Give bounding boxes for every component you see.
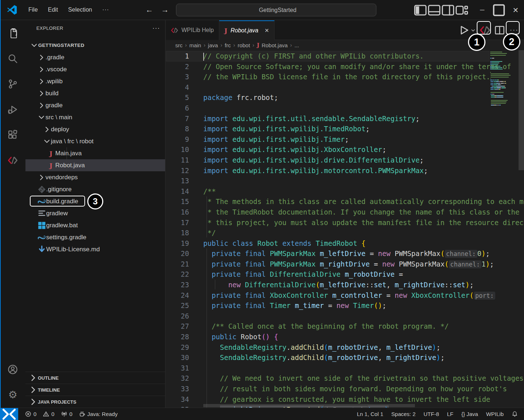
menu-selection[interactable]: Selection (63, 4, 97, 16)
code-line-14[interactable]: 14/** (166, 186, 489, 197)
split-editor-icon[interactable] (494, 25, 505, 36)
status-ln-1-col-1[interactable]: Ln 1, Col 1 (353, 411, 387, 417)
tree-item-build[interactable]: build (25, 87, 165, 99)
tree-item-src-main[interactable]: src \ main (25, 111, 165, 123)
section-timeline[interactable]: TIMELINE (25, 384, 165, 396)
activity-item-wpilib[interactable] (0, 148, 25, 173)
status-warning[interactable]: 0 (40, 411, 57, 417)
breadcrumb-item[interactable]: JRobot.java (257, 42, 288, 48)
activity-item-search[interactable] (0, 46, 25, 71)
activity-item-source-control[interactable] (0, 71, 25, 97)
status-bell[interactable] (508, 411, 522, 417)
code-line-8[interactable]: 8import edu.wpi.first.wpilibj.TimedRobot… (166, 124, 489, 134)
code-line-3[interactable]: 3// the WPILib BSD license file in the r… (166, 72, 489, 82)
code-line-5[interactable]: 5package frc.robot; (166, 92, 489, 103)
status--java[interactable]: {} Java (457, 411, 482, 417)
status-coffee[interactable]: Java: Ready (76, 411, 121, 417)
tab-robot-java[interactable]: J Robot.java ✕ (219, 20, 275, 40)
activity-item-run-debug[interactable] (0, 97, 25, 122)
tree-item-gradlew-bat[interactable]: gradlew.bat (25, 219, 165, 231)
tab-close-icon[interactable]: ✕ (264, 27, 269, 34)
tree-item-robot-java[interactable]: JRobot.java (25, 159, 165, 171)
status-spaces-2[interactable]: Spaces: 2 (387, 411, 420, 417)
window-maximize-button[interactable] (491, 0, 507, 20)
status-error[interactable]: 0 (22, 411, 40, 417)
activity-item-settings[interactable]: ⚙ (0, 382, 25, 408)
code-line-13[interactable]: 13 (166, 176, 489, 186)
tree-item-gradle[interactable]: gradle (25, 99, 165, 111)
code-line-26[interactable]: 26 (166, 311, 489, 321)
remote-indicator[interactable] (0, 408, 18, 420)
toggle-secondary-sidebar-icon[interactable] (441, 4, 455, 16)
menu-edit[interactable]: Edit (43, 4, 63, 16)
code-line-27[interactable]: 27 /** Called once at the beginning of t… (166, 321, 489, 332)
tree-item-settings-gradle[interactable]: settings.gradle (25, 231, 165, 243)
code-line-34[interactable]: 34 // gearbox is constructed, you might … (166, 394, 489, 405)
run-button[interactable] (459, 25, 469, 36)
customize-layout-icon[interactable] (455, 4, 469, 16)
code-editor[interactable]: 1// Copyright (c) FIRST and other WPILib… (166, 50, 524, 408)
code-line-19[interactable]: 19public class Robot extends TimedRobot … (166, 238, 489, 249)
activity-item-account[interactable] (0, 357, 25, 382)
code-line-11[interactable]: 11import edu.wpi.first.wpilibj.drive.Dif… (166, 155, 489, 165)
tree-item-wpilib-license-md[interactable]: WPILib-License.md (25, 243, 165, 255)
tree-item-main-java[interactable]: JMain.java (25, 147, 165, 159)
activity-item-explorer[interactable] (0, 20, 25, 46)
code-line-10[interactable]: 10import edu.wpi.first.wpilibj.XboxContr… (166, 144, 489, 155)
command-center-search[interactable]: GettingStarted (176, 4, 376, 16)
tree-item--wpilib[interactable]: .wpilib (25, 75, 165, 87)
code-line-4[interactable]: 4 (166, 82, 489, 93)
code-line-6[interactable]: 6 (166, 103, 489, 113)
tree-root-folder[interactable]: GETTINGSTARTED (25, 39, 165, 51)
breadcrumb-item[interactable]: java (208, 42, 218, 48)
activity-item-extensions[interactable] (0, 122, 25, 148)
menu-file[interactable]: File (23, 4, 43, 16)
window-close-button[interactable]: ✕ (507, 0, 524, 20)
tree-item-deploy[interactable]: deploy (25, 123, 165, 135)
code-line-7[interactable]: 7import edu.wpi.first.util.sendable.Send… (166, 113, 489, 124)
code-line-30[interactable]: 30 SendableRegistry.addChild(m_robotDriv… (166, 352, 489, 363)
minimap[interactable] (490, 52, 518, 406)
code-line-17[interactable]: 17 * this project, you must also update … (166, 217, 489, 228)
code-line-23[interactable]: 23 new DifferentialDrive(m_leftDrive::se… (166, 280, 489, 290)
tree-item--vscode[interactable]: .vscode (25, 63, 165, 75)
code-line-21[interactable]: 21 private final PWMSparkMax m_rightDriv… (166, 259, 489, 269)
code-line-16[interactable]: 16 * the TimedRobot documentation. If yo… (166, 207, 489, 217)
toggle-panel-icon[interactable] (427, 4, 441, 16)
tab-wpilib-help[interactable]: WPILib Help (166, 20, 219, 40)
code-line-24[interactable]: 24 private final XboxController m_contro… (166, 290, 489, 301)
status-utf-8[interactable]: UTF-8 (420, 411, 443, 417)
menu-more[interactable]: ··· (97, 4, 114, 16)
horizontal-scrollbar[interactable] (203, 404, 415, 407)
code-line-20[interactable]: 20 private final PWMSparkMax m_leftDrive… (166, 248, 489, 259)
code-line-32[interactable]: 32 // We need to invert one side of the … (166, 373, 489, 384)
tree-item-vendordeps[interactable]: vendordeps (25, 171, 165, 183)
window-minimize-button[interactable]: ─ (474, 0, 491, 20)
breadcrumb-item[interactable]: ... (295, 42, 299, 48)
code-line-9[interactable]: 9import edu.wpi.first.wpilibj.Timer; (166, 134, 489, 145)
status-wpilib[interactable]: WPILib (482, 411, 508, 417)
code-line-2[interactable]: 2// Open Source Software; you can modify… (166, 61, 489, 72)
status-lf[interactable]: LF (443, 411, 457, 417)
breadcrumb-item[interactable]: src (175, 42, 183, 48)
code-line-15[interactable]: 15 * The methods in this class are calle… (166, 196, 489, 207)
status-broadcast[interactable]: 0 (58, 411, 76, 417)
breadcrumb-item[interactable]: main (189, 42, 201, 48)
vertical-scrollbar[interactable] (519, 50, 524, 170)
explorer-more-actions-icon[interactable]: ··· (152, 24, 160, 32)
section-java-projects[interactable]: JAVA PROJECTS (25, 396, 165, 408)
tree-item-java-frc-robot[interactable]: java \ frc \ robot (25, 135, 165, 147)
code-line-28[interactable]: 28 public Robot() { (166, 332, 489, 342)
tree-item--gradle[interactable]: .gradle (25, 51, 165, 63)
breadcrumb-item[interactable]: frc (225, 42, 231, 48)
code-line-12[interactable]: 12import edu.wpi.first.wpilibj.motorcont… (166, 165, 489, 176)
code-line-29[interactable]: 29 SendableRegistry.addChild(m_robotDriv… (166, 342, 489, 353)
code-line-18[interactable]: 18 */ (166, 228, 489, 238)
toggle-sidebar-icon[interactable] (413, 4, 427, 16)
history-forward-icon[interactable]: → (161, 5, 169, 14)
code-line-33[interactable]: 33 // result in both sides moving forwar… (166, 384, 489, 394)
history-back-icon[interactable]: ← (145, 5, 153, 14)
code-line-1[interactable]: 1// Copyright (c) FIRST and other WPILib… (166, 51, 489, 61)
breadcrumb-item[interactable]: robot (237, 42, 250, 48)
code-line-31[interactable]: 31 (166, 363, 489, 373)
